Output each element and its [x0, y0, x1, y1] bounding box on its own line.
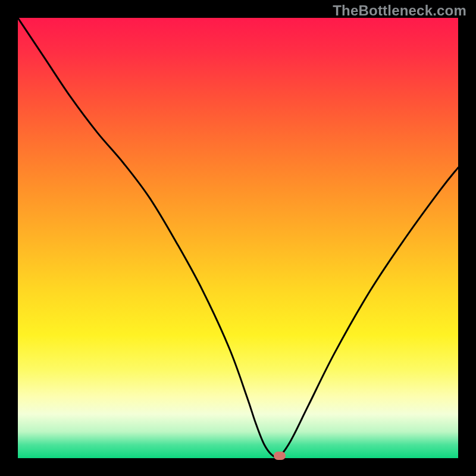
plot-area [18, 18, 458, 458]
highlight-marker [274, 452, 286, 460]
bottleneck-curve [18, 18, 458, 458]
watermark-text: TheBottleneck.com [333, 2, 466, 19]
curve-svg [18, 18, 458, 458]
chart-container: TheBottleneck.com [0, 0, 476, 476]
